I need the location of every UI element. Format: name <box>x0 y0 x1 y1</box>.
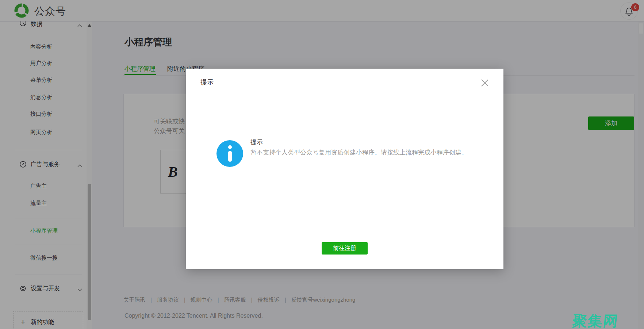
info-icon-dot <box>228 145 232 149</box>
dialog-title: 提示 <box>200 78 214 87</box>
dialog-message: 暂不支持个人类型公众号复用资质创建小程序。请按线上流程完成小程序创建。 <box>250 148 477 157</box>
info-icon-stem <box>228 151 232 162</box>
app-window: 公众号 6 数据 内容分析 <box>0 0 644 329</box>
info-icon <box>216 140 243 167</box>
dialog-message-title: 提示 <box>250 138 263 146</box>
close-icon <box>480 78 490 88</box>
go-register-button[interactable]: 前往注册 <box>322 242 368 255</box>
dialog-close-button[interactable] <box>480 78 490 88</box>
watermark-text: 聚集网 <box>571 311 620 329</box>
dialog: 提示 提示 暂不支持个人类型公众号复用资质创建小程序。请按线上流程完成小程序创建… <box>186 69 503 269</box>
